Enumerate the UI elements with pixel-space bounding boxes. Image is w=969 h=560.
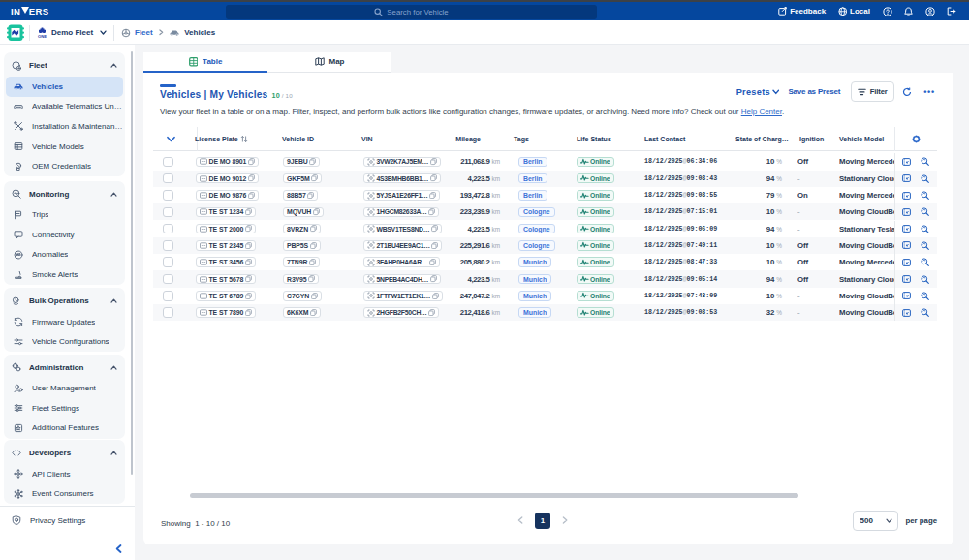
svg-text:ONE: ONE — [38, 34, 47, 39]
